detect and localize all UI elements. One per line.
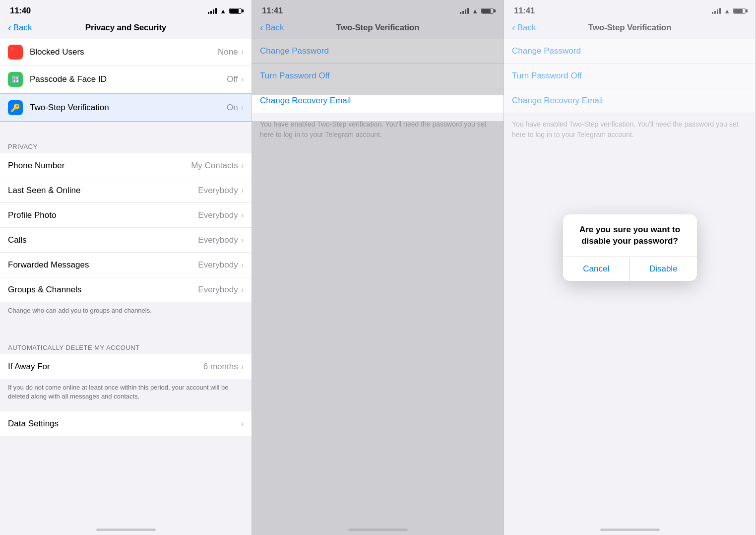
auto-delete-group: If Away For 6 months › xyxy=(0,354,252,379)
last-seen-item[interactable]: Last Seen & Online Everybody › xyxy=(0,178,252,203)
blocked-users-chevron: › xyxy=(241,48,244,57)
blocked-users-value: None xyxy=(218,47,238,57)
profile-photo-label: Profile Photo xyxy=(8,210,198,220)
passcode-value: Off xyxy=(227,74,238,84)
data-settings-label: Data Settings xyxy=(8,419,241,429)
groups-channels-item[interactable]: Groups & Channels Everybody › xyxy=(0,277,252,302)
panel3-two-step-alert: 11:41 ▲ ‹ Back Two-Step Verificatio xyxy=(504,0,756,535)
battery-icon-1 xyxy=(229,8,242,14)
back-chevron-1: ‹ xyxy=(8,22,11,33)
status-time-1: 11:40 xyxy=(10,6,31,16)
status-icons-1: ▲ xyxy=(208,7,242,15)
status-icons-2: ▲ xyxy=(460,7,494,15)
blocked-users-item[interactable]: 🚫 Blocked Users None › xyxy=(0,39,252,66)
data-settings-item[interactable]: Data Settings › xyxy=(0,411,252,436)
back-button-1[interactable]: ‹ Back xyxy=(8,22,32,33)
page-title-1: Privacy and Security xyxy=(85,23,166,33)
status-time-2: 11:41 xyxy=(262,6,283,16)
top-settings-group: 🚫 Blocked Users None › 🔢 Passcode & Face… xyxy=(0,39,252,122)
home-indicator-2 xyxy=(348,529,408,531)
groups-description: Change who can add you to groups and cha… xyxy=(0,302,252,323)
change-recovery-email-item-2[interactable]: Change Recovery Email xyxy=(252,88,504,113)
change-password-label-2: Change Password xyxy=(260,46,329,56)
turn-password-off-item-2[interactable]: Turn Password Off xyxy=(252,64,504,88)
two-step-item[interactable]: 🔑 Two-Step Verification On › xyxy=(0,93,252,122)
two-step-label: Two-Step Verification xyxy=(30,103,227,113)
tsv-description-2: You have enabled Two-Step verification. … xyxy=(252,113,504,146)
phone-number-value: My Contacts xyxy=(191,161,238,171)
tsv-list-2: Change Password Turn Password Off Change… xyxy=(252,39,504,113)
battery-icon-2 xyxy=(481,8,494,14)
groups-channels-label: Groups & Channels xyxy=(8,285,198,295)
page-title-2: Two-Step Verification xyxy=(336,23,419,33)
privacy-section-header: PRIVACY xyxy=(0,133,252,153)
back-label-1: Back xyxy=(13,23,32,33)
two-step-value: On xyxy=(227,103,238,113)
blocked-users-label: Blocked Users xyxy=(30,47,218,57)
nav-bar-2: ‹ Back Two-Step Verification xyxy=(252,19,504,39)
data-settings-group: Data Settings › xyxy=(0,411,252,436)
alert-disable-button[interactable]: Disable xyxy=(630,257,697,281)
forwarded-messages-label: Forwarded Messages xyxy=(8,260,198,270)
calls-label: Calls xyxy=(8,235,198,245)
alert-overlay: Are you sure you want to disable your pa… xyxy=(504,0,756,535)
auto-delete-description: If you do not come online at least once … xyxy=(0,379,252,409)
profile-photo-value: Everybody xyxy=(198,210,238,220)
home-indicator-1 xyxy=(96,529,156,531)
wifi-icon-1: ▲ xyxy=(220,7,226,15)
wifi-icon-2: ▲ xyxy=(472,7,478,15)
panel1-privacy-security: 11:40 ▲ ‹ Back Privacy and Security 🚫 Bl… xyxy=(0,0,252,535)
turn-password-off-label-2: Turn Password Off xyxy=(260,71,330,81)
alert-cancel-button[interactable]: Cancel xyxy=(563,257,630,281)
auto-delete-header: AUTOMATICALLY DELETE MY ACCOUNT xyxy=(0,334,252,354)
auto-delete-section: AUTOMATICALLY DELETE MY ACCOUNT If Away … xyxy=(0,334,252,409)
alert-dialog: Are you sure you want to disable your pa… xyxy=(563,214,697,280)
change-password-item-2[interactable]: Change Password xyxy=(252,39,504,64)
blocked-users-icon: 🚫 xyxy=(8,45,23,60)
passcode-icon: 🔢 xyxy=(8,72,23,87)
signal-icon-1 xyxy=(208,8,217,14)
passcode-item[interactable]: 🔢 Passcode & Face ID Off › xyxy=(0,66,252,93)
if-away-value: 6 months xyxy=(203,362,238,372)
passcode-chevron: › xyxy=(241,75,244,84)
two-step-chevron: › xyxy=(241,103,244,112)
forwarded-messages-value: Everybody xyxy=(198,260,238,270)
panel2-two-step: 11:41 ▲ ‹ Back Two-Step Verificatio xyxy=(252,0,504,535)
phone-number-label: Phone Number xyxy=(8,161,191,171)
if-away-label: If Away For xyxy=(8,362,203,372)
change-recovery-email-label-2: Change Recovery Email xyxy=(260,96,351,106)
passcode-label: Passcode & Face ID xyxy=(30,74,227,84)
forwarded-messages-item[interactable]: Forwarded Messages Everybody › xyxy=(0,253,252,277)
last-seen-label: Last Seen & Online xyxy=(8,186,198,196)
privacy-section: PRIVACY Phone Number My Contacts › Last … xyxy=(0,133,252,323)
signal-icon-2 xyxy=(460,8,469,14)
if-away-item[interactable]: If Away For 6 months › xyxy=(0,354,252,379)
nav-bar-1: ‹ Back Privacy and Security xyxy=(0,19,252,39)
status-bar-2: 11:41 ▲ xyxy=(252,0,504,19)
alert-buttons: Cancel Disable xyxy=(563,257,697,281)
back-label-2: Back xyxy=(265,23,284,33)
last-seen-value: Everybody xyxy=(198,186,238,196)
two-step-icon: 🔑 xyxy=(8,100,23,115)
privacy-list-group: Phone Number My Contacts › Last Seen & O… xyxy=(0,153,252,302)
calls-value: Everybody xyxy=(198,235,238,245)
status-bar-1: 11:40 ▲ xyxy=(0,0,252,19)
calls-item[interactable]: Calls Everybody › xyxy=(0,228,252,253)
alert-title: Are you sure you want to disable your pa… xyxy=(563,214,697,246)
groups-channels-value: Everybody xyxy=(198,285,238,295)
profile-photo-item[interactable]: Profile Photo Everybody › xyxy=(0,203,252,228)
back-button-2[interactable]: ‹ Back xyxy=(260,22,284,33)
phone-number-item[interactable]: Phone Number My Contacts › xyxy=(0,153,252,178)
